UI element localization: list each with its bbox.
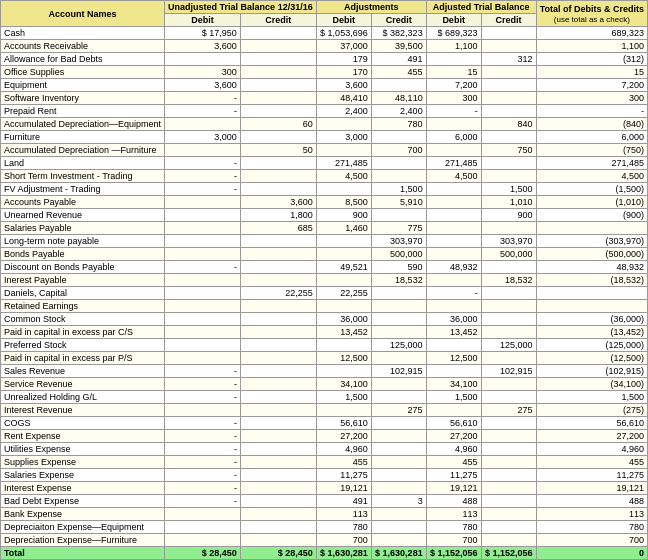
- table-row: Long-term note payable303,970303,970(303…: [1, 235, 648, 248]
- value-cell: [481, 456, 536, 469]
- value-cell: [240, 183, 316, 196]
- account-name-cell: Retained Earnings: [1, 300, 165, 313]
- value-cell: [240, 482, 316, 495]
- value-cell: 56,610: [426, 417, 481, 430]
- value-cell: 491: [316, 495, 371, 508]
- value-cell: [240, 261, 316, 274]
- value-cell: (312): [536, 53, 647, 66]
- value-cell: 275: [371, 404, 426, 417]
- value-cell: 3,600: [316, 79, 371, 92]
- value-cell: 271,485: [426, 157, 481, 170]
- table-row: Interest Revenue275275(275): [1, 404, 648, 417]
- value-cell: [240, 248, 316, 261]
- table-row: Equipment3,6003,6007,2007,200: [1, 79, 648, 92]
- atb-header: Adjusted Trial Balance: [426, 1, 536, 14]
- atb-debit-header: Debit: [426, 14, 481, 27]
- value-cell: -: [165, 456, 241, 469]
- value-cell: (125,000): [536, 339, 647, 352]
- value-cell: -: [165, 469, 241, 482]
- value-cell: 1,100: [426, 40, 481, 53]
- value-cell: [240, 443, 316, 456]
- value-cell: [240, 300, 316, 313]
- value-cell: 39,500: [371, 40, 426, 53]
- account-name-cell: Accumulated Depreciation—Equipment: [1, 118, 165, 131]
- value-cell: 312: [481, 53, 536, 66]
- value-cell: [371, 300, 426, 313]
- value-cell: 685: [240, 222, 316, 235]
- value-cell: [371, 326, 426, 339]
- value-cell: 2,400: [316, 105, 371, 118]
- value-cell: [316, 274, 371, 287]
- value-cell: [371, 378, 426, 391]
- value-cell: (18,532): [536, 274, 647, 287]
- value-cell: 19,121: [426, 482, 481, 495]
- value-cell: 271,485: [536, 157, 647, 170]
- value-cell: [481, 352, 536, 365]
- account-name-cell: Supplies Expense: [1, 456, 165, 469]
- table-row: Paid in capital in excess par P/S12,5001…: [1, 352, 648, 365]
- value-cell: 275: [481, 404, 536, 417]
- value-cell: [481, 495, 536, 508]
- value-cell: [240, 170, 316, 183]
- value-cell: 12,500: [426, 352, 481, 365]
- account-name-cell: Interest Revenue: [1, 404, 165, 417]
- value-cell: [316, 404, 371, 417]
- value-cell: 840: [481, 118, 536, 131]
- value-cell: [426, 222, 481, 235]
- account-name-cell: Prepaid Rent: [1, 105, 165, 118]
- value-cell: [481, 417, 536, 430]
- account-name-cell: Daniels, Capital: [1, 287, 165, 300]
- table-row: Service Revenue-34,10034,100(34,100): [1, 378, 648, 391]
- value-cell: 300: [536, 92, 647, 105]
- value-cell: [371, 170, 426, 183]
- value-cell: [426, 144, 481, 157]
- value-cell: [316, 183, 371, 196]
- value-cell: 34,100: [426, 378, 481, 391]
- table-row: Daniels, Capital22,25522,255-: [1, 287, 648, 300]
- value-cell: 775: [371, 222, 426, 235]
- value-cell: 18,532: [481, 274, 536, 287]
- table-row: Paid in capital in excess par C/S13,4521…: [1, 326, 648, 339]
- value-cell: $ 1,630,281: [371, 547, 426, 560]
- value-cell: 780: [371, 118, 426, 131]
- value-cell: [316, 144, 371, 157]
- value-cell: 750: [481, 144, 536, 157]
- account-name-cell: Depreciation Expense—Furniture: [1, 534, 165, 547]
- value-cell: 900: [316, 209, 371, 222]
- value-cell: [165, 508, 241, 521]
- value-cell: [316, 339, 371, 352]
- value-cell: [316, 235, 371, 248]
- value-cell: 13,452: [316, 326, 371, 339]
- value-cell: 113: [426, 508, 481, 521]
- account-name-cell: Bonds Payable: [1, 248, 165, 261]
- value-cell: 700: [426, 534, 481, 547]
- account-names-header: Account Names: [1, 1, 165, 27]
- value-cell: 3,000: [165, 131, 241, 144]
- value-cell: 102,915: [371, 365, 426, 378]
- value-cell: [371, 313, 426, 326]
- value-cell: [240, 430, 316, 443]
- account-name-cell: Total: [1, 547, 165, 560]
- account-name-cell: Software Inventory: [1, 92, 165, 105]
- value-cell: 488: [426, 495, 481, 508]
- value-cell: 3,000: [316, 131, 371, 144]
- value-cell: [426, 235, 481, 248]
- value-cell: -: [165, 430, 241, 443]
- table-row: Interest Expense-19,12119,12119,121: [1, 482, 648, 495]
- table-row: FV Adjustment - Trading-1,5001,500(1,500…: [1, 183, 648, 196]
- table-row: Preferred Stock125,000125,000(125,000): [1, 339, 648, 352]
- value-cell: [240, 404, 316, 417]
- value-cell: 1,460: [316, 222, 371, 235]
- account-name-cell: Salaries Payable: [1, 222, 165, 235]
- value-cell: [165, 339, 241, 352]
- value-cell: 780: [426, 521, 481, 534]
- value-cell: [240, 66, 316, 79]
- value-cell: 27,200: [426, 430, 481, 443]
- value-cell: 4,960: [426, 443, 481, 456]
- value-cell: (840): [536, 118, 647, 131]
- table-row: Salaries Expense-11,27511,27511,275: [1, 469, 648, 482]
- value-cell: 113: [536, 508, 647, 521]
- value-cell: [240, 352, 316, 365]
- value-cell: [536, 300, 647, 313]
- value-cell: 15: [426, 66, 481, 79]
